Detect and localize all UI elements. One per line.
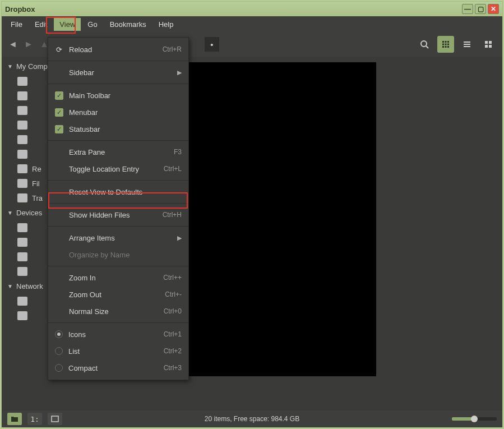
svg-line-1: [426, 46, 428, 48]
menu-item-label: Zoom In: [69, 274, 96, 282]
status-text: 20 items, Free space: 984.4 GB: [205, 415, 299, 423]
menu-separator: [48, 226, 188, 227]
accelerator: Ctrl+-: [165, 290, 182, 298]
svg-rect-6: [445, 44, 447, 45]
menu-item-label: Reset View to Defaults: [69, 188, 142, 196]
menu-item-menubar[interactable]: ✓Menubar: [48, 104, 188, 121]
menu-item-compact[interactable]: CompactCtrl+3: [48, 359, 188, 376]
menu-item-label: Sidebar: [69, 68, 94, 77]
svg-rect-16: [485, 45, 488, 48]
window-title: Dropbox: [5, 5, 35, 13]
view-compact-icon[interactable]: [480, 36, 497, 53]
folder-icon: [17, 121, 27, 130]
view-grid-icon[interactable]: [437, 36, 454, 53]
menu-item-main-toolbar[interactable]: ✓Main Toolbar: [48, 87, 188, 104]
svg-rect-10: [447, 46, 449, 48]
menu-separator: [48, 266, 188, 266]
menu-item-statusbar[interactable]: ✓Statusbar: [48, 121, 188, 137]
menu-item-label: Statusbar: [69, 125, 100, 133]
minimize-button[interactable]: —: [462, 4, 473, 14]
chevron-down-icon: ▼: [7, 63, 13, 70]
folder-icon: [17, 311, 27, 320]
back-button[interactable]: ◄: [7, 39, 19, 50]
menu-item-organize-by-name: Organize by Name: [48, 246, 188, 263]
menu-go[interactable]: Go: [82, 18, 103, 31]
folder-icon: [17, 267, 27, 276]
folder-icon: [17, 106, 27, 115]
checkbox-icon: ✓: [55, 125, 63, 133]
toggle-terminal-button[interactable]: [48, 413, 62, 425]
menu-item-normal-size[interactable]: Normal SizeCtrl+0: [48, 303, 188, 320]
path-segment[interactable]: •: [205, 37, 219, 52]
zoom-slider[interactable]: [452, 417, 497, 421]
svg-rect-14: [485, 41, 488, 44]
svg-rect-3: [445, 41, 447, 43]
folder-icon: [17, 77, 27, 86]
reload-icon: ⟳: [55, 45, 63, 54]
radio-icon: [55, 364, 63, 372]
svg-rect-11: [464, 41, 470, 43]
menu-item-label: Arrange Items: [69, 234, 115, 242]
menu-item-zoom-out[interactable]: Zoom OutCtrl+-: [48, 286, 188, 303]
checkbox-icon: ✓: [55, 108, 63, 117]
accelerator: Ctrl+H: [163, 211, 182, 219]
view-menu-dropdown: ⟳ReloadCtrl+RSidebar▶✓Main Toolbar✓Menub…: [48, 37, 189, 380]
menu-item-reload[interactable]: ⟳ReloadCtrl+R: [48, 41, 188, 58]
folder-icon: [17, 164, 27, 173]
search-icon[interactable]: [416, 36, 433, 53]
item-label: Re: [32, 165, 41, 173]
menu-item-toggle-location-entry[interactable]: Toggle Location EntryCtrl+L: [48, 160, 188, 177]
menu-item-arrange-items[interactable]: Arrange Items▶: [48, 229, 188, 246]
accelerator: Ctrl+3: [164, 364, 182, 372]
accelerator: Ctrl+R: [163, 45, 182, 53]
menu-view[interactable]: View: [54, 18, 81, 31]
svg-rect-17: [489, 45, 492, 48]
submenu-arrow-icon: ▶: [177, 234, 182, 242]
menu-item-zoom-in[interactable]: Zoom InCtrl++: [48, 269, 188, 286]
radio-icon: [55, 347, 63, 355]
menu-item-extra-pane[interactable]: Extra PaneF3: [48, 144, 188, 160]
checkbox-icon: ✓: [55, 91, 63, 100]
svg-rect-18: [52, 416, 58, 422]
menu-item-list[interactable]: ListCtrl+2: [48, 343, 188, 359]
submenu-arrow-icon: ▶: [177, 69, 182, 76]
folder-icon: [17, 297, 27, 306]
menu-help[interactable]: Help: [153, 18, 179, 31]
accelerator: Ctrl+1: [164, 330, 182, 338]
accelerator: Ctrl++: [163, 274, 182, 282]
menu-file[interactable]: File: [5, 18, 28, 31]
menu-item-label: Show Hidden Files: [69, 211, 130, 219]
menu-item-show-hidden-files[interactable]: Show Hidden FilesCtrl+H: [48, 206, 188, 223]
close-button[interactable]: ✕: [488, 4, 499, 14]
menu-item-sidebar[interactable]: Sidebar▶: [48, 64, 188, 81]
menu-item-label: Toggle Location Entry: [69, 165, 139, 173]
item-label: Tra: [32, 194, 43, 202]
folder-icon: [17, 238, 27, 247]
show-tree-button[interactable]: 1:: [27, 413, 42, 425]
folder-icon: [17, 252, 27, 261]
menu-separator: [48, 322, 188, 323]
show-places-button[interactable]: [7, 413, 22, 425]
forward-button[interactable]: ►: [23, 39, 34, 50]
menubar: FileEditViewGoBookmarksHelp: [2, 16, 502, 32]
svg-rect-2: [442, 41, 444, 43]
maximize-button[interactable]: ▢: [475, 4, 486, 14]
view-list-icon[interactable]: [459, 36, 475, 53]
menu-item-label: Reload: [69, 45, 92, 54]
accelerator: Ctrl+0: [164, 307, 182, 315]
menu-separator: [48, 180, 188, 181]
menu-item-reset-view-to-defaults[interactable]: Reset View to Defaults: [48, 183, 188, 200]
folder-icon: [17, 135, 27, 144]
menu-separator: [48, 140, 188, 141]
svg-rect-7: [447, 44, 449, 45]
menu-bookmarks[interactable]: Bookmarks: [104, 18, 152, 31]
svg-rect-15: [489, 41, 492, 44]
menu-item-label: Compact: [68, 364, 98, 372]
menu-item-label: Menubar: [69, 108, 98, 117]
menu-edit[interactable]: Edit: [29, 18, 53, 31]
menu-item-icons[interactable]: IconsCtrl+1: [48, 326, 188, 343]
svg-rect-5: [442, 44, 444, 45]
menu-separator: [48, 84, 188, 84]
accelerator: Ctrl+L: [164, 165, 182, 173]
menu-item-label: Organize by Name: [69, 251, 130, 259]
